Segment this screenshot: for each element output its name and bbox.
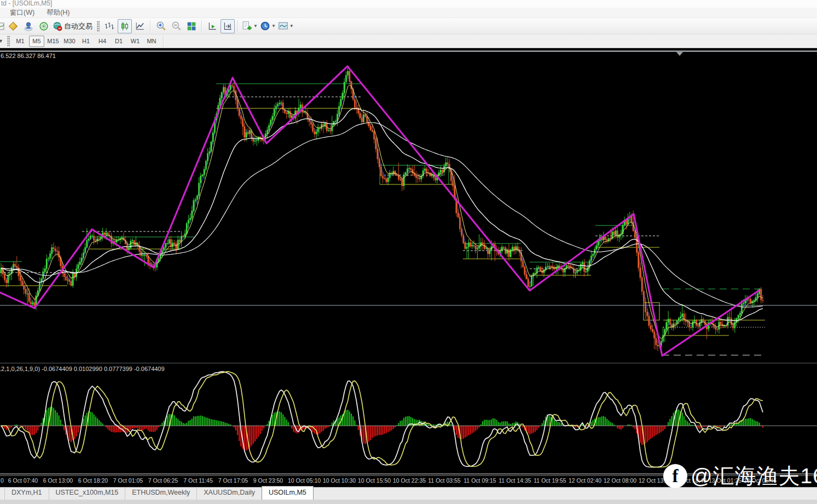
line-chart-button[interactable] [133, 19, 147, 33]
timeframe-grip [7, 36, 10, 47]
timeframe-h4[interactable]: H4 [95, 36, 110, 47]
new-chart-icon[interactable] [0, 19, 5, 33]
indicators-add-icon [242, 21, 252, 31]
price-chart[interactable]: 06 Oct 07:406 Oct 13:006 Oct 18:207 Oct … [0, 48, 817, 487]
bar-chart-icon [105, 21, 114, 31]
auto-scroll-icon [207, 21, 217, 31]
timeframe-separator [163, 36, 164, 47]
chart-tab-xauusdm-daily[interactable]: XAUUSDm,Daily [196, 487, 262, 500]
zoom-in-icon [156, 21, 166, 31]
signal-button[interactable] [37, 19, 51, 33]
timeframe-mn[interactable]: MN [144, 36, 159, 47]
timeframe-d1[interactable]: D1 [111, 36, 126, 47]
auto-scroll-button[interactable] [205, 19, 219, 33]
chart-tab-dxym-h1[interactable]: DXYm,H1 [4, 487, 49, 500]
facebook-icon: f [663, 464, 687, 488]
timeframe-m30[interactable]: M30 [62, 36, 77, 47]
chart-shift-button[interactable] [221, 19, 235, 33]
toolbar-separator [150, 20, 151, 32]
time-axis-label: 11 Oct 03:55 [428, 477, 461, 484]
toolbar-separator [237, 20, 239, 32]
autotrading-button[interactable]: 自动交易 [52, 19, 93, 33]
timeframe-m1[interactable]: M1 [13, 36, 28, 47]
timeframe-m5[interactable]: M5 [29, 36, 44, 47]
news-icon [24, 21, 33, 31]
time-axis-label: 0 [1, 477, 4, 484]
oscillator-label: 12,1,0,26,1,9,0) -0.0674409 0.0102990 0.… [0, 366, 165, 372]
toolbar-separator [201, 20, 202, 32]
line-chart-icon [135, 21, 145, 31]
periods-button[interactable]: ▼ [259, 19, 276, 33]
chart-shift-icon [223, 21, 233, 31]
title-bar: td - [USOILm,M5] [0, 0, 817, 8]
candlestick-chart-button[interactable] [118, 19, 132, 33]
tile-windows-icon [187, 21, 196, 31]
time-axis-label: 11 Oct 14:35 [499, 477, 531, 484]
dropdown-caret-icon: ▼ [289, 24, 294, 28]
watermark: f @汇海渔夫168 [663, 461, 817, 491]
time-axis-label: 6 Oct 13:00 [43, 477, 73, 484]
menu-window[interactable]: 窗口(W) [10, 8, 34, 18]
autotrading-label: 自动交易 [64, 21, 92, 31]
toolbar-grip [97, 21, 100, 32]
timeframe-bar: ▼ M1M5M15M30H1H4D1W1MN [0, 34, 817, 48]
news-button[interactable] [21, 19, 36, 33]
zoom-in-button[interactable] [154, 19, 168, 33]
time-axis-label: 6 Oct 07:40 [8, 477, 38, 484]
bar-chart-button[interactable] [102, 19, 117, 33]
time-axis-label: 10 Oct 10:30 [323, 477, 356, 484]
time-axis-label: 10 Oct 05:10 [288, 477, 321, 484]
time-axis-label: 6 Oct 18:20 [78, 477, 108, 484]
menu-help[interactable]: 帮助(H) [47, 8, 69, 18]
chart-tab-usoilm-m5[interactable]: USOILm,M5 [262, 486, 314, 500]
time-axis-label: 7 Oct 06:25 [148, 477, 178, 484]
time-axis-label: 7 Oct 01:05 [113, 477, 143, 484]
time-axis-label: 7 Oct 11:45 [183, 477, 213, 484]
new-order-icon [8, 21, 18, 31]
time-axis-label: 11 Oct 09:15 [463, 477, 496, 484]
zoom-out-icon [171, 21, 182, 31]
tile-windows-button[interactable] [184, 19, 199, 33]
toolbar-overflow-caret-icon[interactable]: ▼ [0, 38, 4, 44]
window-bottom-edge [0, 500, 817, 504]
autotrading-globe-icon [53, 21, 62, 31]
dropdown-caret-icon: ▼ [253, 24, 258, 28]
time-axis-label: 11 Oct 19:55 [534, 477, 566, 484]
new-order-button[interactable] [6, 19, 20, 33]
chart-tab-ethusdm-weekly[interactable]: ETHUSDm,Weekly [125, 487, 196, 500]
window-title: td - [USOILm,M5] [1, 0, 52, 7]
clock-icon [260, 21, 270, 31]
candlestick-chart-icon [120, 21, 130, 31]
toolbar: 自动交易 ▼ [0, 18, 817, 34]
chart-tab-ustec-x100m-m15[interactable]: USTEC_x100m,M15 [49, 487, 125, 500]
time-axis-label: 7 Oct 17:05 [218, 477, 248, 484]
templates-button[interactable]: ▼ [277, 19, 294, 33]
dropdown-caret-icon: ▼ [271, 24, 276, 28]
zoom-out-button[interactable] [169, 19, 183, 33]
indicators-button[interactable]: ▼ [241, 19, 258, 33]
signal-icon [39, 21, 49, 31]
time-axis-label: 9 Oct 23:50 [253, 477, 283, 484]
watermark-handle: @汇海渔夫168 [691, 461, 817, 491]
time-axis-label: 12 Oct 02:40 [569, 477, 601, 484]
timeframe-h1[interactable]: H1 [78, 36, 94, 47]
time-axis-label: 12 Oct 08:00 [604, 477, 636, 484]
time-axis-label: 10 Oct 15:50 [358, 477, 391, 484]
timeframe-w1[interactable]: W1 [128, 36, 143, 47]
timeframe-m15[interactable]: M15 [45, 36, 61, 47]
ohlc-readout: 6.522 86.327 86.471 [1, 53, 56, 59]
time-axis-label: 10 Oct 22:35 [393, 477, 426, 484]
templates-icon [278, 21, 288, 31]
menu-bar: 窗口(W) 帮助(H) [0, 8, 817, 18]
mt4-window: td - [USOILm,M5] 窗口(W) 帮助(H) 自动交易 [0, 0, 817, 504]
chart-shift-marker [676, 52, 683, 56]
